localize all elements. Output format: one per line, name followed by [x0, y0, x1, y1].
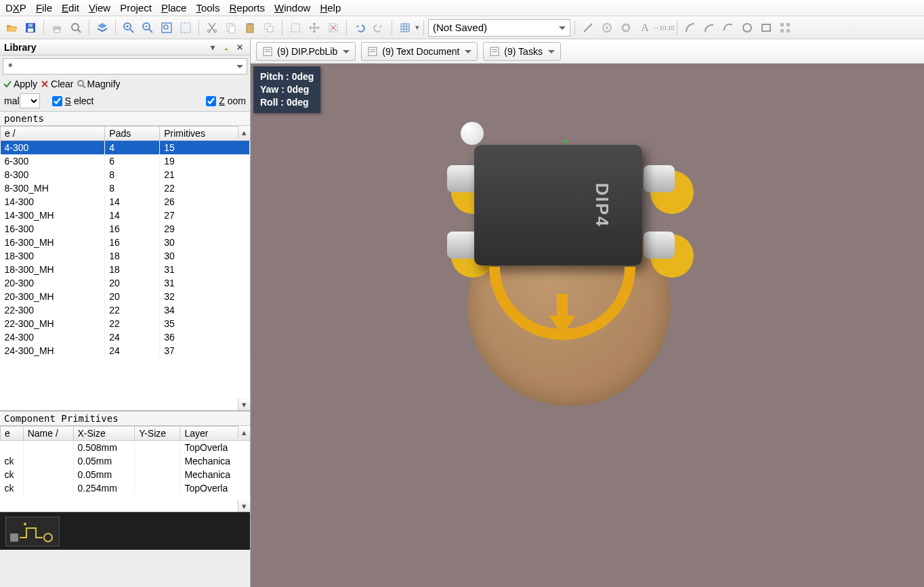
3d-canvas[interactable]: Pitch : 0deg Yaw : 0deg Roll : 0deg ˅ DI… — [251, 64, 924, 587]
menu-dxp[interactable]: DXP — [5, 2, 26, 14]
zoom-checkbox[interactable]: Zoom — [206, 95, 246, 106]
document-tab[interactable]: (9) Tasks — [483, 42, 561, 61]
table-row[interactable]: 18-3001830 — [1, 249, 250, 263]
arc2-icon[interactable] — [700, 19, 718, 37]
prim-scroll-up-icon[interactable]: ▴ — [238, 426, 250, 438]
arc3-icon[interactable] — [719, 19, 737, 37]
document-tab[interactable]: (9) Text Document — [361, 42, 478, 61]
zoom-fit-icon[interactable] — [158, 19, 175, 37]
table-row[interactable]: ck0.254mmTopOverla — [1, 481, 250, 495]
table-row[interactable]: 24-300_MH2437 — [1, 344, 250, 357]
save-icon[interactable] — [22, 19, 39, 37]
mask-input[interactable] — [3, 58, 247, 74]
svg-rect-2 — [28, 24, 33, 27]
table-row[interactable]: 6-300619 — [1, 154, 250, 168]
table-row[interactable]: 16-300_MH1630 — [1, 236, 250, 249]
table-row[interactable]: 4-300415 — [1, 141, 250, 155]
select-checkbox[interactable]: Select — [52, 95, 94, 106]
primitives-table[interactable]: eName /X-SizeY-SizeLayer 0.508mmTopOverl… — [0, 426, 250, 495]
rect-tool-icon[interactable] — [757, 19, 775, 37]
deselect-icon[interactable] — [324, 19, 342, 37]
zoom-in-icon[interactable] — [120, 19, 138, 37]
column-header[interactable]: Primitives — [160, 127, 250, 141]
zoom-select-icon[interactable] — [177, 19, 194, 37]
table-row[interactable]: 16-3001629 — [1, 222, 250, 236]
components-table-wrap: e /PadsPrimitives 4-3004156-3006198-3008… — [0, 126, 250, 410]
table-row[interactable]: 22-300_MH2235 — [1, 317, 250, 330]
menu-file[interactable]: File — [36, 2, 52, 14]
column-header[interactable]: Y-Size — [135, 427, 180, 441]
pad-tool-icon[interactable] — [598, 19, 616, 37]
undo-icon[interactable] — [351, 19, 369, 37]
arc1-icon[interactable] — [681, 19, 699, 37]
cut-icon[interactable] — [203, 19, 221, 37]
column-header[interactable]: Name / — [23, 427, 73, 441]
move-icon[interactable] — [306, 19, 323, 37]
table-row[interactable]: 0.508mmTopOverla — [1, 441, 250, 455]
panel-close-icon[interactable]: ✕ — [234, 41, 246, 53]
menu-place[interactable]: Place — [161, 2, 187, 14]
line-tool-icon[interactable] — [579, 19, 597, 37]
menu-help[interactable]: Help — [320, 2, 341, 14]
components-table[interactable]: e /PadsPrimitives 4-3004156-3006198-3008… — [0, 126, 250, 357]
footprint-thumbnail[interactable] — [5, 517, 60, 546]
redo-icon[interactable] — [370, 19, 387, 37]
preview-icon[interactable] — [67, 19, 85, 37]
table-row[interactable]: 8-300_MH822 — [1, 181, 250, 195]
menu-view[interactable]: View — [89, 2, 110, 14]
scroll-down-icon[interactable]: ▾ — [238, 398, 250, 410]
open-icon[interactable] — [3, 19, 20, 37]
panel-dropdown-icon[interactable]: ▾ — [207, 41, 219, 53]
column-header[interactable]: Pads — [105, 127, 160, 141]
table-row[interactable]: 20-3002031 — [1, 276, 250, 290]
svg-point-25 — [743, 24, 751, 32]
svg-rect-17 — [249, 23, 251, 25]
grid-icon[interactable] — [396, 19, 414, 37]
select-rect-icon[interactable] — [287, 19, 304, 37]
table-row[interactable]: 20-300_MH2032 — [1, 290, 250, 303]
via-tool-icon[interactable] — [617, 19, 635, 37]
circle-tool-icon[interactable] — [738, 19, 756, 37]
column-header[interactable]: X-Size — [73, 427, 135, 441]
menu-project[interactable]: Project — [120, 2, 152, 14]
menu-bar[interactable]: DXP File Edit View Project Place Tools R… — [0, 0, 924, 16]
print-icon[interactable] — [48, 19, 66, 37]
copy-icon[interactable] — [222, 19, 240, 37]
clear-button[interactable]: Clear — [40, 79, 73, 89]
zoom-out-icon[interactable] — [139, 19, 156, 37]
panel-pin-icon[interactable] — [220, 41, 232, 53]
table-row[interactable]: 14-300_MH1427 — [1, 209, 250, 222]
table-row[interactable]: 22-3002234 — [1, 303, 250, 317]
table-row[interactable]: 18-300_MH1831 — [1, 263, 250, 276]
saved-state-label: (Not Saved) — [433, 22, 487, 33]
manipulator-ball-icon[interactable] — [461, 122, 484, 145]
layers-icon[interactable] — [93, 19, 111, 37]
table-row[interactable]: 24-3002436 — [1, 330, 250, 344]
paste-icon[interactable] — [241, 19, 259, 37]
duplicate-icon[interactable] — [260, 19, 278, 37]
menu-window[interactable]: Window — [274, 2, 310, 14]
menu-edit[interactable]: Edit — [62, 2, 79, 14]
svg-point-24 — [623, 24, 629, 31]
table-row[interactable]: 8-300821 — [1, 168, 250, 181]
column-header[interactable]: e — [1, 427, 24, 441]
table-row[interactable]: ck0.05mmMechanica — [1, 468, 250, 481]
dimension-tool-icon[interactable]: ↔10,10 — [655, 19, 673, 37]
document-tab[interactable]: (9) DIP.PcbLib — [256, 42, 356, 61]
preview-bar — [0, 512, 250, 550]
text-tool-icon[interactable]: A — [636, 19, 654, 37]
column-header[interactable]: e / — [1, 127, 105, 141]
saved-state-combo[interactable]: (Not Saved) — [428, 19, 570, 37]
scroll-up-icon[interactable]: ▴ — [238, 126, 250, 138]
apply-button[interactable]: Apply — [3, 79, 37, 89]
prim-scroll-down-icon[interactable]: ▾ — [238, 500, 250, 512]
menu-tools[interactable]: Tools — [196, 2, 219, 14]
mode-select[interactable] — [20, 93, 40, 108]
magnify-button[interactable]: Magnify — [77, 79, 121, 89]
menu-reports[interactable]: Reports — [229, 2, 265, 14]
hud-roll: Roll : 0deg — [260, 96, 314, 109]
table-row[interactable]: ck0.05mmMechanica — [1, 454, 250, 468]
chip-body[interactable]: DIP4 — [474, 145, 642, 265]
table-row[interactable]: 14-3001426 — [1, 195, 250, 209]
array-tool-icon[interactable] — [776, 19, 794, 37]
